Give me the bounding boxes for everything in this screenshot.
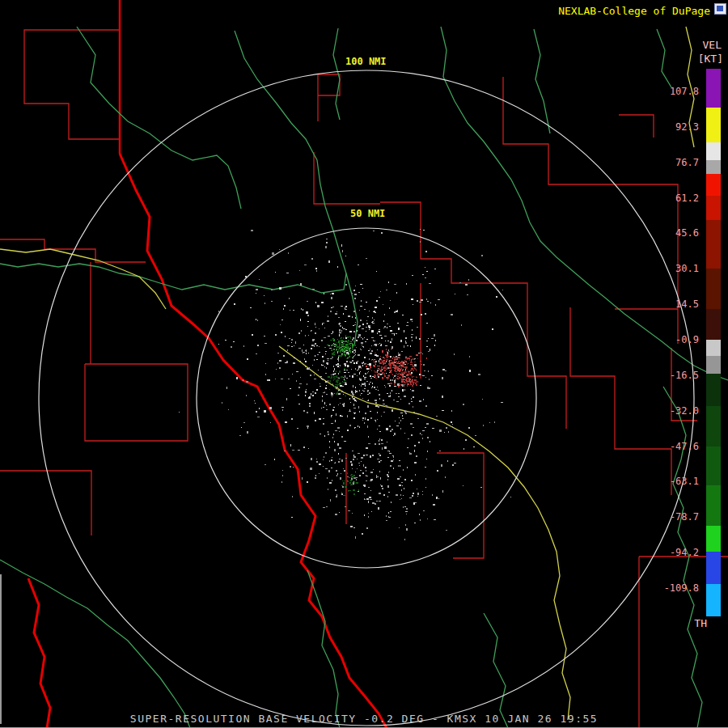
colorbar-title: VEL bbox=[703, 39, 722, 51]
colorbar-segment bbox=[706, 269, 721, 309]
range-rings bbox=[39, 70, 694, 726]
colorbar-segment bbox=[706, 485, 721, 526]
colorbar-segment bbox=[706, 220, 721, 269]
colorbar-th-label: TH bbox=[694, 617, 707, 629]
cod-logo-icon bbox=[714, 3, 726, 15]
colorbar-segment bbox=[706, 142, 721, 160]
colorbar-segment bbox=[706, 374, 721, 406]
colorbar-unit: [KT] bbox=[698, 53, 723, 65]
highway-lines bbox=[0, 27, 694, 720]
colorbar-segment bbox=[706, 447, 721, 485]
radar-viewer: 100 NMI 50 NMI NEXLAB-College of DuPage … bbox=[0, 0, 728, 728]
colorbar-segment bbox=[706, 526, 721, 552]
range-ring-label-100nmi: 100 NMI bbox=[345, 56, 387, 67]
range-ring-100nmi bbox=[39, 70, 694, 726]
colorbar-segment bbox=[706, 196, 721, 220]
colorbar-segment bbox=[706, 552, 721, 584]
velocity-colorbar bbox=[706, 69, 721, 616]
velocity-echoes bbox=[179, 229, 511, 540]
colorbar-segment bbox=[706, 309, 721, 340]
colorbar-segment bbox=[706, 406, 721, 447]
range-ring-label-50nmi: 50 NMI bbox=[350, 208, 385, 219]
colorbar-segment bbox=[706, 584, 721, 616]
range-ring-50nmi bbox=[197, 228, 536, 568]
state-border-line bbox=[28, 0, 387, 728]
product-caption: SUPER-RESOLUTION BASE VELOCITY -0.2 DEG … bbox=[0, 713, 728, 725]
colorbar-segment bbox=[706, 160, 721, 174]
colorbar-segment bbox=[706, 174, 721, 196]
colorbar-segment bbox=[706, 69, 721, 108]
radar-map[interactable]: 100 NMI 50 NMI bbox=[0, 0, 728, 728]
colorbar-segment bbox=[706, 108, 721, 142]
colorbar-segment bbox=[706, 340, 721, 356]
site-title: NEXLAB-College of DuPage bbox=[558, 5, 710, 17]
colorbar-segment bbox=[706, 356, 721, 374]
